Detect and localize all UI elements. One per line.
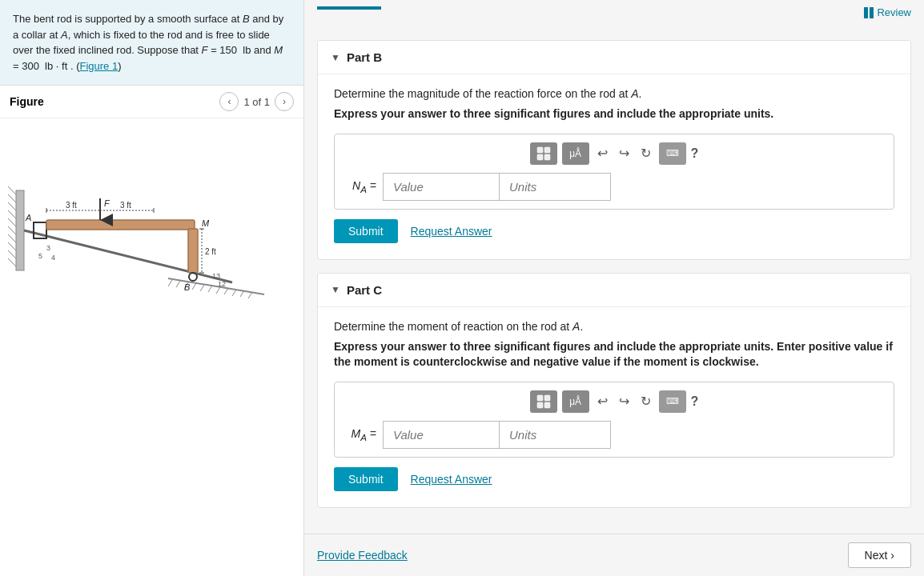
figure-nav: ‹ 1 of 1 › [219,92,294,111]
part-c-value-input[interactable] [383,421,499,449]
svg-line-16 [8,210,16,218]
part-b-toolbar: μÅ ↩ ↪ ↻ ⌨ ? [344,142,884,165]
svg-line-14 [8,194,16,202]
svg-rect-55 [537,402,543,408]
svg-line-7 [216,287,220,294]
progress-bar [317,6,381,10]
part-b-arrow: ▼ [331,52,340,63]
part-b-mu-btn[interactable]: μÅ [562,142,589,165]
part-b-request-btn[interactable]: Request Answer [411,225,492,238]
svg-text:F: F [104,198,110,208]
next-btn[interactable]: Next › [848,542,911,568]
part-c-submit-btn[interactable]: Submit [334,467,398,491]
svg-rect-27 [188,229,198,273]
right-panel: Review ▼ Part B Determine the magnitude … [304,0,924,576]
part-b-input-label: NA = [344,179,376,194]
part-c-help-btn[interactable]: ? [691,394,699,409]
part-b-input-row: NA = [344,173,884,201]
svg-text:B: B [184,282,190,292]
part-b-redo-btn[interactable]: ↪ [616,144,633,162]
svg-line-21 [8,250,16,258]
part-c-redo-btn[interactable]: ↪ [616,392,633,410]
part-c-input-row: MA = [344,421,884,449]
part-b-value-input[interactable] [383,173,499,201]
problem-text: The bent rod is supported by a smooth su… [0,0,303,85]
svg-text:13: 13 [212,272,220,280]
part-b-undo-btn[interactable]: ↩ [594,144,611,162]
figure-canvas: A M B F 3 ft [0,118,303,576]
part-b-instruction: Express your answer to three significant… [334,106,894,122]
svg-line-19 [8,234,16,242]
svg-rect-12 [16,190,24,270]
svg-rect-26 [46,220,195,230]
svg-text:4: 4 [51,254,55,262]
figure-next-btn[interactable]: › [275,92,294,111]
svg-text:3 ft: 3 ft [120,201,131,210]
part-c-body: Determine the moment of reaction on the … [318,307,910,507]
svg-text:3: 3 [46,244,50,252]
feedback-btn[interactable]: Provide Feedback [317,549,408,562]
svg-text:A: A [25,213,31,222]
svg-line-20 [8,242,16,250]
part-b-help-btn[interactable]: ? [691,146,699,161]
review-icon [864,7,874,18]
svg-text:12: 12 [218,280,226,288]
svg-line-22 [8,258,16,266]
part-b-keyboard-btn[interactable]: ⌨ [659,142,686,165]
svg-line-2 [176,281,180,287]
svg-line-18 [8,226,16,234]
part-b-section: ▼ Part B Determine the magnitude of the … [317,40,911,260]
svg-line-0 [168,278,264,294]
figure-prev-btn[interactable]: ‹ [219,92,239,111]
svg-line-11 [248,292,252,298]
part-b-submit-btn[interactable]: Submit [334,219,398,243]
svg-text:5: 5 [38,252,42,260]
part-c-section: ▼ Part C Determine the moment of reactio… [317,273,911,508]
part-b-question: Determine the magnitude of the reaction … [334,87,894,100]
figure1-link[interactable]: Figure 1 [79,60,118,72]
part-b-refresh-btn[interactable]: ↻ [637,144,654,162]
part-b-answer-box: μÅ ↩ ↪ ↻ ⌨ ? NA = [334,134,894,210]
part-b-header[interactable]: ▼ Part B [318,41,910,74]
svg-line-4 [192,283,196,290]
svg-rect-53 [537,395,543,401]
part-b-body: Determine the magnitude of the reaction … [318,74,910,259]
next-chevron-icon: › [890,549,894,562]
svg-line-8 [224,288,228,294]
figure-svg: A M B F 3 ft [8,126,280,302]
svg-line-15 [8,202,16,210]
part-c-keyboard-btn[interactable]: ⌨ [659,390,686,413]
svg-rect-54 [544,395,550,401]
parts-container: ▼ Part B Determine the magnitude of the … [304,16,924,576]
svg-line-17 [8,218,16,226]
review-link[interactable]: Review [864,6,911,18]
part-b-units-input[interactable] [499,173,611,201]
part-c-refresh-btn[interactable]: ↻ [637,392,654,410]
part-c-toolbar: μÅ ↩ ↪ ↻ ⌨ ? [344,390,884,413]
part-c-units-input[interactable] [499,421,611,449]
part-c-instruction: Express your answer to three significant… [334,339,894,370]
svg-line-9 [232,290,236,296]
part-c-action-row: Submit Request Answer [334,467,894,491]
figure-header: Figure ‹ 1 of 1 › [0,86,303,118]
part-c-mu-btn[interactable]: μÅ [562,390,589,413]
bottom-bar: Provide Feedback Next › [304,534,924,576]
svg-rect-51 [537,154,543,160]
figure-count: 1 of 1 [243,96,270,108]
part-b-grid-btn[interactable] [530,142,557,165]
left-panel: The bent rod is supported by a smooth su… [0,0,304,576]
part-c-grid-btn[interactable] [530,390,557,413]
figure-title: Figure [10,95,44,108]
svg-line-5 [200,285,204,291]
svg-line-13 [8,186,16,194]
part-c-input-label: MA = [344,427,376,442]
part-c-question: Determine the moment of reaction on the … [334,320,894,333]
part-c-undo-btn[interactable]: ↩ [594,392,611,410]
svg-text:3 ft: 3 ft [66,201,77,210]
part-c-header[interactable]: ▼ Part C [318,274,910,307]
svg-rect-52 [544,154,550,160]
svg-line-6 [208,286,212,292]
part-c-title: Part C [347,283,382,297]
part-c-request-btn[interactable]: Request Answer [411,473,492,486]
part-c-arrow: ▼ [331,284,340,295]
